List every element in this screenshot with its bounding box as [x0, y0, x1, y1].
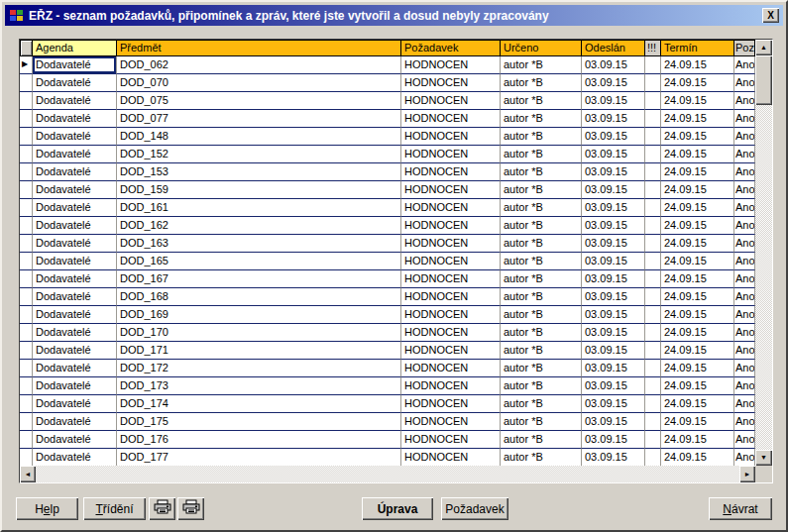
- table-row[interactable]: DodavateléDOD_165HODNOCENautor *B03.09.1…: [20, 253, 755, 270]
- row-selector-cell[interactable]: [20, 395, 33, 413]
- grid-cell-agenda[interactable]: Dodavatelé: [33, 377, 117, 395]
- grid-cell-urgent[interactable]: [645, 56, 661, 74]
- grid-cell-pozn[interactable]: Ano: [734, 163, 755, 181]
- grid-cell-pozn[interactable]: Ano: [734, 92, 755, 110]
- grid-cell-urceno[interactable]: autor *B: [501, 146, 582, 163]
- row-selector-cell[interactable]: [20, 235, 33, 253]
- grid-cell-predmet[interactable]: DOD_177: [117, 449, 401, 466]
- grid-cell-termin[interactable]: 24.09.15: [661, 74, 734, 92]
- grid-cell-pozn[interactable]: Ano: [734, 199, 755, 217]
- grid-cell-agenda[interactable]: Dodavatelé: [33, 163, 117, 181]
- grid-cell-agenda[interactable]: Dodavatelé: [33, 56, 117, 74]
- grid-cell-predmet[interactable]: DOD_175: [117, 413, 401, 431]
- grid-cell-urceno[interactable]: autor *B: [501, 253, 582, 270]
- grid-cell-urgent[interactable]: [645, 342, 661, 360]
- grid-cell-odeslan[interactable]: 03.09.15: [582, 449, 645, 466]
- grid-cell-predmet[interactable]: DOD_070: [117, 74, 401, 92]
- column-header-pozn[interactable]: Pozn: [734, 40, 755, 56]
- grid-cell-agenda[interactable]: Dodavatelé: [33, 395, 117, 413]
- grid-cell-urceno[interactable]: autor *B: [501, 342, 582, 360]
- row-selector-cell[interactable]: [20, 181, 33, 199]
- grid-cell-pozn[interactable]: Ano: [734, 324, 755, 342]
- grid-cell-urceno[interactable]: autor *B: [501, 181, 582, 199]
- grid-cell-termin[interactable]: 24.09.15: [661, 395, 734, 413]
- grid-cell-pozadavek[interactable]: HODNOCEN: [401, 217, 501, 235]
- grid-cell-agenda[interactable]: Dodavatelé: [33, 449, 117, 466]
- grid-cell-pozadavek[interactable]: HODNOCEN: [401, 324, 501, 342]
- grid-cell-termin[interactable]: 24.09.15: [661, 110, 734, 128]
- grid-cell-agenda[interactable]: Dodavatelé: [33, 217, 117, 235]
- grid-cell-urgent[interactable]: [645, 270, 661, 288]
- grid-cell-urgent[interactable]: [645, 146, 661, 163]
- grid-cell-termin[interactable]: 24.09.15: [661, 235, 734, 253]
- grid-cell-termin[interactable]: 24.09.15: [661, 270, 734, 288]
- table-row[interactable]: DodavateléDOD_162HODNOCENautor *B03.09.1…: [20, 217, 755, 235]
- grid-cell-agenda[interactable]: Dodavatelé: [33, 146, 117, 163]
- grid-cell-pozadavek[interactable]: HODNOCEN: [401, 128, 501, 146]
- grid-cell-predmet[interactable]: DOD_163: [117, 235, 401, 253]
- grid-cell-pozadavek[interactable]: HODNOCEN: [401, 342, 501, 360]
- grid-cell-pozadavek[interactable]: HODNOCEN: [401, 181, 501, 199]
- vertical-scroll-thumb[interactable]: [755, 55, 772, 105]
- grid-cell-urceno[interactable]: autor *B: [501, 128, 582, 146]
- row-selector-cell[interactable]: [20, 324, 33, 342]
- table-row[interactable]: DodavateléDOD_163HODNOCENautor *B03.09.1…: [20, 235, 755, 253]
- row-selector-cell[interactable]: [20, 163, 33, 181]
- scroll-up-button[interactable]: ▲: [755, 40, 772, 55]
- grid-cell-pozadavek[interactable]: HODNOCEN: [401, 56, 501, 74]
- grid-cell-urceno[interactable]: autor *B: [501, 360, 582, 377]
- grid-cell-odeslan[interactable]: 03.09.15: [582, 288, 645, 306]
- grid-cell-predmet[interactable]: DOD_173: [117, 377, 401, 395]
- grid-cell-pozn[interactable]: Ano: [734, 270, 755, 288]
- table-row[interactable]: DodavateléDOD_070HODNOCENautor *B03.09.1…: [20, 74, 755, 92]
- horizontal-scroll-track[interactable]: [36, 466, 739, 482]
- close-button[interactable]: X: [762, 8, 779, 23]
- table-row[interactable]: DodavateléDOD_153HODNOCENautor *B03.09.1…: [20, 163, 755, 181]
- column-header-termin[interactable]: Termín: [661, 40, 734, 56]
- grid-cell-agenda[interactable]: Dodavatelé: [33, 199, 117, 217]
- print-button-1[interactable]: [149, 497, 175, 520]
- grid-cell-odeslan[interactable]: 03.09.15: [582, 324, 645, 342]
- grid-cell-urgent[interactable]: [645, 395, 661, 413]
- grid-cell-urceno[interactable]: autor *B: [501, 110, 582, 128]
- grid-cell-urceno[interactable]: autor *B: [501, 235, 582, 253]
- grid-cell-agenda[interactable]: Dodavatelé: [33, 74, 117, 92]
- table-row[interactable]: DodavateléDOD_159HODNOCENautor *B03.09.1…: [20, 181, 755, 199]
- grid-cell-predmet[interactable]: DOD_153: [117, 163, 401, 181]
- grid-cell-agenda[interactable]: Dodavatelé: [33, 306, 117, 324]
- scroll-down-button[interactable]: ▼: [755, 450, 772, 466]
- grid-cell-urceno[interactable]: autor *B: [501, 395, 582, 413]
- grid-cell-urgent[interactable]: [645, 163, 661, 181]
- row-selector-cell[interactable]: [20, 128, 33, 146]
- row-selector-cell[interactable]: [20, 253, 33, 270]
- grid-cell-predmet[interactable]: DOD_075: [117, 92, 401, 110]
- grid-cell-odeslan[interactable]: 03.09.15: [582, 413, 645, 431]
- horizontal-scrollbar[interactable]: ◄ ►: [20, 466, 755, 482]
- grid-cell-termin[interactable]: 24.09.15: [661, 56, 734, 74]
- table-row[interactable]: DodavateléDOD_075HODNOCENautor *B03.09.1…: [20, 92, 755, 110]
- grid-cell-predmet[interactable]: DOD_170: [117, 324, 401, 342]
- grid-cell-odeslan[interactable]: 03.09.15: [582, 270, 645, 288]
- table-row[interactable]: DodavateléDOD_152HODNOCENautor *B03.09.1…: [20, 146, 755, 163]
- column-header-urgent[interactable]: !!!: [645, 40, 661, 56]
- grid-cell-urceno[interactable]: autor *B: [501, 288, 582, 306]
- grid-cell-agenda[interactable]: Dodavatelé: [33, 270, 117, 288]
- grid-cell-pozn[interactable]: Ano: [734, 217, 755, 235]
- grid-cell-predmet[interactable]: DOD_174: [117, 395, 401, 413]
- grid-cell-urgent[interactable]: [645, 110, 661, 128]
- table-row[interactable]: DodavateléDOD_175HODNOCENautor *B03.09.1…: [20, 413, 755, 431]
- grid-cell-odeslan[interactable]: 03.09.15: [582, 163, 645, 181]
- grid-cell-odeslan[interactable]: 03.09.15: [582, 217, 645, 235]
- grid-cell-termin[interactable]: 24.09.15: [661, 306, 734, 324]
- grid-cell-pozadavek[interactable]: HODNOCEN: [401, 146, 501, 163]
- title-bar[interactable]: EŘZ - seznam požadavků, připomínek a zpr…: [5, 5, 783, 26]
- table-row[interactable]: DodavateléDOD_169HODNOCENautor *B03.09.1…: [20, 306, 755, 324]
- grid-cell-urceno[interactable]: autor *B: [501, 199, 582, 217]
- table-row[interactable]: DodavateléDOD_148HODNOCENautor *B03.09.1…: [20, 128, 755, 146]
- grid-cell-agenda[interactable]: Dodavatelé: [33, 92, 117, 110]
- row-selector-cell[interactable]: [20, 92, 33, 110]
- help-button[interactable]: Help: [16, 497, 78, 520]
- grid-cell-urgent[interactable]: [645, 324, 661, 342]
- grid-cell-odeslan[interactable]: 03.09.15: [582, 56, 645, 74]
- grid-cell-agenda[interactable]: Dodavatelé: [33, 413, 117, 431]
